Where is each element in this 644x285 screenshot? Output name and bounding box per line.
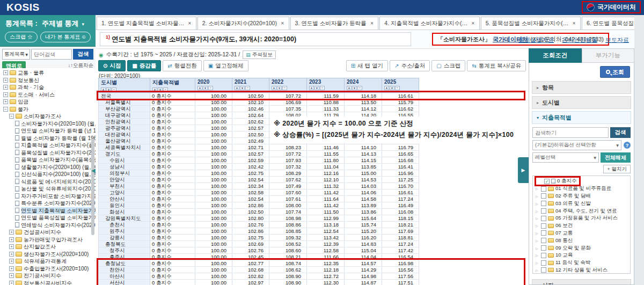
- my-stats-button[interactable]: 내가 본 통계표 ⊙: [40, 32, 91, 42]
- tree-expander-icon[interactable]: +: [3, 92, 8, 97]
- column-header[interactable]: 2023∧∨−: [307, 78, 345, 93]
- sort-desc-icon[interactable]: ∨: [158, 87, 163, 92]
- sort-clear-icon[interactable]: −: [208, 86, 213, 90]
- checkbox[interactable]: [541, 238, 546, 243]
- toolbar-button[interactable]: ⇆통계표 복사/공유: [467, 60, 526, 71]
- stats-menu-header[interactable]: 통계목록 :주제별 통계▾: [0, 15, 96, 31]
- column-header[interactable]: 도시별∧∨−: [99, 78, 150, 93]
- search-category-select[interactable]: 통계목록▾: [2, 49, 30, 60]
- tree-expander-icon[interactable]: +: [9, 252, 14, 257]
- tree-expander-icon[interactable]: −: [9, 114, 14, 119]
- column-header[interactable]: 2021∧∨−: [232, 78, 269, 93]
- checkbox[interactable]: [541, 230, 546, 236]
- sort-clear-icon[interactable]: −: [163, 87, 168, 92]
- checkbox[interactable]: ✓: [544, 179, 550, 184]
- category-item[interactable]: ▷10 교육: [534, 252, 629, 259]
- tree-item[interactable]: 특수분류 소비자물가지수(2020=1: [0, 200, 96, 207]
- tree-item[interactable]: +정보통신공사비지수: [0, 280, 96, 285]
- toolbar-button[interactable]: ⊙시점: [98, 60, 126, 71]
- tree-item[interactable]: +수출입물가조사(2020=100): [0, 265, 96, 273]
- tree-item[interactable]: −물가: [0, 106, 96, 113]
- toolbar-button[interactable]: ▦증감률: [127, 60, 161, 71]
- tree-expander-icon[interactable]: +: [3, 85, 8, 90]
- sort-desc-icon[interactable]: ∨: [352, 86, 357, 90]
- scrap-button[interactable]: 스크랩 ☆: [5, 32, 38, 42]
- column-header[interactable]: 지출목적별∧∨−: [150, 78, 195, 93]
- tree-item[interactable]: 연쇄방식 소비자물가지수(2020=1: [0, 222, 96, 229]
- category-item[interactable]: ✓0 총지수: [534, 178, 629, 185]
- column-header[interactable]: 2025∧∨−: [382, 78, 419, 93]
- tree-expander-icon[interactable]: −: [3, 107, 8, 112]
- tree-item[interactable]: 월별 소비자물가 등락률 (월 1965.: [0, 135, 96, 142]
- gov-agency-badge[interactable]: 국가데이터처: [582, 1, 641, 13]
- tree-item[interactable]: 농산물 및 석유류제외지수(2020=1: [0, 185, 96, 193]
- header-link[interactable]: 보도자료: [605, 36, 629, 44]
- query-button[interactable]: 조회: [600, 66, 630, 78]
- tree-item[interactable]: +임금: [0, 98, 96, 106]
- category-item[interactable]: ▷12 기타 상품 및 서비스: [534, 267, 629, 274]
- tree-item[interactable]: +건설공사비지수: [0, 229, 96, 236]
- column-header[interactable]: 2024∧∨−: [345, 78, 382, 93]
- checkbox[interactable]: [541, 193, 546, 199]
- checkbox[interactable]: [541, 253, 546, 258]
- tree-item[interactable]: 소비자물가지수(2020=100) (월,분: [0, 120, 96, 128]
- sort-asc-icon[interactable]: ∧: [272, 86, 276, 90]
- tree-expander-icon[interactable]: +: [9, 266, 14, 271]
- category-item[interactable]: ▷11 음식 및 숙박: [534, 259, 629, 267]
- close-tab-icon[interactable]: ✕: [572, 21, 576, 26]
- checkbox[interactable]: [541, 208, 546, 214]
- close-tab-icon[interactable]: ✕: [471, 21, 475, 26]
- checkbox[interactable]: [541, 186, 546, 192]
- tree-item[interactable]: +교통 · 물류: [0, 69, 96, 77]
- tree-expander-icon[interactable]: +: [9, 259, 14, 264]
- sort-clear-icon[interactable]: −: [245, 86, 250, 90]
- tab[interactable]: 1. 연도별 지출목적별 소비자물…✕: [97, 17, 196, 30]
- annotation-info-button[interactable]: ▤주석정보: [243, 50, 276, 59]
- sort-desc-icon[interactable]: ∨: [106, 87, 111, 92]
- sort-desc-icon[interactable]: ∨: [390, 86, 394, 90]
- category-item[interactable]: ▷08 통신: [534, 237, 629, 244]
- toolbar-button[interactable]: ↗주소/출처: [390, 60, 430, 71]
- tab[interactable]: 5. 품목성질별 소비자물가지수(…✕: [481, 17, 581, 30]
- accordion-city[interactable]: ▸도시별: [532, 96, 631, 109]
- tree-expander-icon[interactable]: +: [3, 99, 8, 104]
- sidebar-search-button[interactable]: 검색: [73, 49, 93, 60]
- sort-asc-icon[interactable]: ∧: [235, 86, 239, 90]
- accordion-purpose[interactable]: ▾지출목적별: [532, 111, 631, 124]
- column-header[interactable]: 2022∧∨−: [269, 78, 307, 93]
- tree-item[interactable]: 자가주거비포함 소비자물가지수(2: [0, 193, 96, 200]
- sidebar-collapse-icon[interactable]: ◀: [91, 167, 96, 173]
- tree-item[interactable]: 연도별 소비자물가 등락률 (년 196: [0, 127, 96, 135]
- tab[interactable]: 2. 소비자물가지수(2020=100)✕: [197, 17, 289, 30]
- checkbox[interactable]: [541, 216, 546, 221]
- tree-item[interactable]: 품목별 소비자물가지수(품목성질별: [0, 156, 96, 164]
- sort-desc-icon[interactable]: ∨: [203, 86, 208, 90]
- sort-asc-icon[interactable]: ∧: [152, 87, 157, 92]
- sort-clear-icon[interactable]: −: [320, 86, 325, 90]
- tree-item[interactable]: +전기공사비지수: [0, 272, 96, 280]
- tab[interactable]: 4. 지출목적별 소비자물가지수(…✕: [379, 17, 479, 30]
- tree-item[interactable]: +농가판매및구입가격조사: [0, 236, 96, 244]
- tree-expander-icon[interactable]: +: [3, 70, 8, 75]
- tree-expander-icon[interactable]: +: [3, 78, 8, 83]
- accordion-item[interactable]: ▸항목: [532, 81, 631, 94]
- header-link[interactable]: 통계설명자료: [518, 36, 554, 44]
- tree-item[interactable]: +과학 · 기술: [0, 84, 96, 91]
- sort-asc-icon[interactable]: ∧: [197, 86, 202, 90]
- tree-expander-icon[interactable]: +: [9, 244, 14, 249]
- category-item[interactable]: ▷05 가정용품 및 가사 서비스: [534, 215, 629, 222]
- tree-item[interactable]: 식료품 및 에너지제외지수(2020=1: [0, 178, 96, 186]
- category-item[interactable]: ▷01 식료품 및 비주류음료: [534, 185, 629, 193]
- sort-clear-icon[interactable]: −: [282, 86, 287, 90]
- tree-item[interactable]: 연도별 지출목적별 소비자물가지수: [0, 207, 96, 215]
- close-tab-icon[interactable]: ✕: [370, 21, 374, 26]
- sort-asc-icon[interactable]: ∧: [309, 86, 314, 90]
- sort-clear-icon[interactable]: −: [395, 86, 400, 90]
- header-link[interactable]: 온라인간행물: [562, 36, 597, 44]
- tree-item[interactable]: 연도별 품목성질별 소비자물가지수: [0, 214, 96, 222]
- tree-item[interactable]: +도소매 · 서비스: [0, 91, 96, 99]
- tree-expander-icon[interactable]: +: [9, 230, 14, 235]
- tree-item[interactable]: +산지쌀값조사: [0, 243, 96, 251]
- toolbar-button[interactable]: ▣열고정해제: [203, 60, 248, 71]
- sidebar-scrollbar[interactable]: [91, 138, 94, 235]
